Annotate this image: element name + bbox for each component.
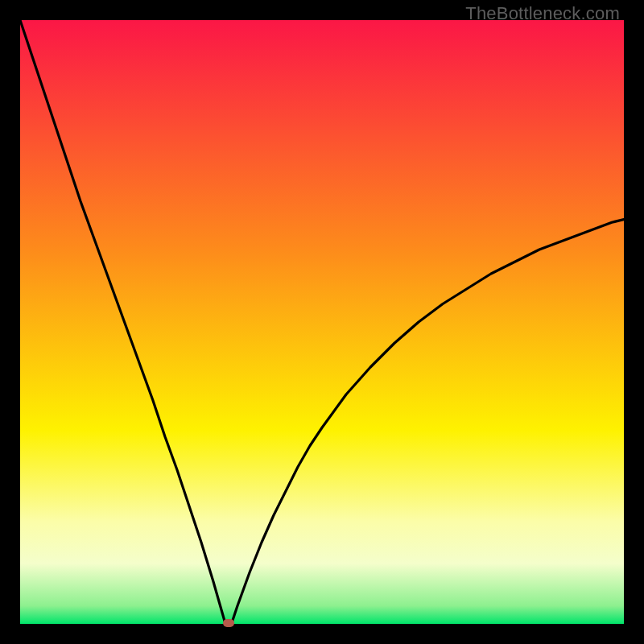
chart-frame <box>20 20 624 624</box>
optimal-point-marker <box>223 619 234 627</box>
bottleneck-chart <box>20 20 624 624</box>
watermark-text: TheBottleneck.com <box>465 3 620 24</box>
gradient-background <box>20 20 624 624</box>
